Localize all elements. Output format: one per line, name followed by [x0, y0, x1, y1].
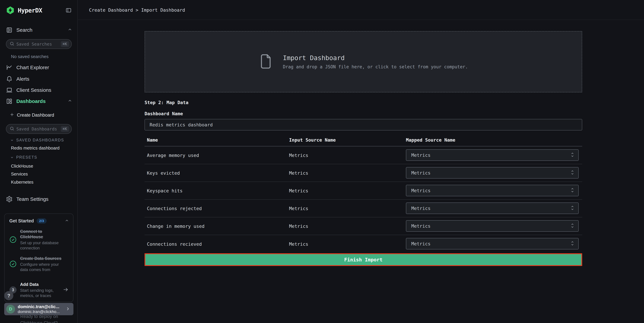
sidebar-item-client-sessions[interactable]: Client Sessions	[6, 84, 72, 96]
mapped-source-select[interactable]: Metrics	[406, 220, 579, 232]
sidebar-item-label: Dashboards	[16, 98, 46, 104]
mapped-source-select[interactable]: Metrics	[406, 167, 579, 179]
get-started-item-title: Add Data	[20, 282, 62, 287]
search-icon	[10, 126, 14, 132]
finish-import-button[interactable]: Finish Import	[144, 253, 582, 266]
get-started-item-subtitle: Configure where your data comes from	[20, 262, 62, 272]
row-name: Connections rejected	[147, 206, 202, 211]
breadcrumb[interactable]: Create Dashboard > Import Dashboard	[89, 0, 185, 20]
sidebar-section-search-label: Search	[16, 27, 32, 33]
user-account-chip[interactable]: D dominic.tran@clic... dominic.tran@clic…	[4, 303, 74, 315]
group-header-presets[interactable]: PRESETS	[10, 155, 37, 160]
select-chevrons-icon	[570, 205, 574, 211]
user-email-subtitle: dominic.tran@clickho...	[18, 309, 60, 314]
get-started-item-subtitle: Start sending logs, metrics, or traces	[20, 288, 62, 298]
main-content: Import Dashboard Drag and drop a JSON fi…	[78, 20, 644, 323]
mapped-source-select[interactable]: Metrics	[406, 185, 579, 196]
get-started-item-title: Create Data Sources	[20, 256, 62, 261]
get-started-item-connect[interactable]: Connect to ClickHouse Set up your databa…	[9, 229, 69, 251]
check-circle-icon	[9, 236, 17, 243]
chevron-right-icon	[65, 306, 70, 312]
step-label: Step 2: Map Data	[144, 100, 188, 105]
no-saved-searches-note: No saved searches	[11, 54, 49, 59]
column-header-mapped-source: Mapped Source Name	[406, 137, 456, 143]
collapse-sidebar-button[interactable]	[65, 6, 72, 14]
select-chevrons-icon	[570, 241, 574, 247]
select-value: Metrics	[411, 206, 430, 211]
dropzone-title: Import Dashboard	[283, 54, 468, 62]
table-row: Keyspace hits Metrics Metrics	[144, 182, 582, 200]
row-name: Change in memory used	[147, 223, 204, 229]
sidebar-item-chart-explorer[interactable]: Chart Explorer	[6, 62, 72, 73]
select-value: Metrics	[411, 153, 430, 158]
preset-item-kubernetes[interactable]: Kubernetes	[11, 180, 34, 185]
gear-icon	[6, 196, 13, 203]
table-header: Name Input Source Name Mapped Source Nam…	[144, 135, 582, 146]
row-input-source: Metrics	[289, 170, 308, 176]
saved-dashboards-input[interactable]	[16, 127, 59, 131]
sidebar-item-label: Client Sessions	[16, 87, 51, 93]
mapped-source-select[interactable]: Metrics	[406, 238, 579, 249]
dashboards-grid-icon	[6, 98, 13, 105]
saved-searches-input[interactable]	[16, 42, 59, 46]
row-input-source: Metrics	[289, 241, 308, 247]
sidebar-item-dashboards[interactable]: Dashboards	[6, 96, 72, 107]
saved-dashboard-item[interactable]: Redis metrics dashboard	[11, 145, 60, 151]
chevron-down-icon	[10, 156, 14, 159]
line-chart-icon	[6, 64, 13, 71]
table-row: Connections recieved Metrics Metrics	[144, 235, 582, 253]
row-name: Keyspace hits	[147, 188, 182, 193]
column-header-name: Name	[147, 137, 158, 143]
table-row: Change in memory used Metrics Metrics	[144, 217, 582, 235]
get-started-item-add-data[interactable]: 3 Add Data Start sending logs, metrics, …	[9, 282, 69, 298]
preset-item-clickhouse[interactable]: ClickHouse	[11, 164, 33, 169]
mapped-source-select[interactable]: Metrics	[406, 203, 579, 214]
keyboard-shortcut-badge: ⌘K	[61, 41, 69, 47]
sidebar-item-team-settings[interactable]: Team Settings	[6, 194, 72, 205]
sidebar-item-label: Alerts	[16, 76, 30, 82]
get-started-item-sources[interactable]: Create Data Sources Configure where your…	[9, 256, 69, 272]
search-section-icon	[6, 27, 13, 33]
group-header-label: PRESETS	[16, 155, 37, 160]
table-row: Connections rejected Metrics Metrics	[144, 200, 582, 217]
dashboard-name-input[interactable]	[144, 119, 582, 130]
file-icon	[259, 53, 273, 70]
mapped-source-select[interactable]: Metrics	[406, 149, 579, 161]
get-started-title: Get Started	[9, 218, 34, 224]
check-circle-icon	[9, 260, 17, 268]
sidebar-item-label: Team Settings	[16, 196, 48, 202]
chevron-up-icon	[68, 98, 72, 104]
get-started-header[interactable]: Get Started 2/3	[9, 218, 69, 224]
saved-searches-searchbox[interactable]: ⌘K	[6, 39, 72, 49]
saved-dashboards-searchbox[interactable]: ⌘K	[6, 124, 72, 134]
chevron-up-icon	[65, 218, 69, 223]
dropzone-subtitle: Drag and drop a JSON file here, or click…	[283, 64, 468, 69]
select-chevrons-icon	[570, 223, 574, 229]
panel-left-icon	[65, 7, 72, 14]
bell-icon	[6, 76, 13, 82]
sidebar-section-search[interactable]: Search	[6, 24, 72, 36]
group-header-saved-dashboards[interactable]: SAVED DASHBOARDS	[10, 138, 64, 142]
select-value: Metrics	[411, 170, 430, 176]
chevron-down-icon	[10, 138, 14, 142]
top-bar: Create Dashboard > Import Dashboard	[78, 0, 644, 20]
select-chevrons-icon	[570, 152, 574, 158]
import-dropzone[interactable]: Import Dashboard Drag and drop a JSON fi…	[144, 31, 582, 92]
hyperdx-logo-icon	[6, 6, 15, 15]
search-icon	[10, 41, 14, 47]
preset-item-services[interactable]: Services	[11, 171, 28, 177]
row-input-source: Metrics	[289, 153, 308, 158]
sidebar: HyperDX Search ⌘K No saved searches	[0, 0, 78, 323]
arrow-right-icon[interactable]	[63, 287, 69, 293]
help-button[interactable]: ?	[4, 291, 13, 300]
sidebar-item-alerts[interactable]: Alerts	[6, 73, 72, 84]
table-row: Keys evicted Metrics Metrics	[144, 164, 582, 182]
laptop-icon	[6, 87, 13, 93]
get-started-item-subtitle: Set up your database connection	[20, 240, 62, 251]
row-name: Keys evicted	[147, 170, 180, 176]
get-started-progress-badge: 2/3	[37, 218, 46, 224]
row-input-source: Metrics	[289, 223, 308, 229]
create-dashboard-button[interactable]: Create Dashboard	[10, 111, 54, 119]
create-dashboard-label: Create Dashboard	[17, 113, 54, 118]
keyboard-shortcut-badge: ⌘K	[61, 126, 69, 132]
